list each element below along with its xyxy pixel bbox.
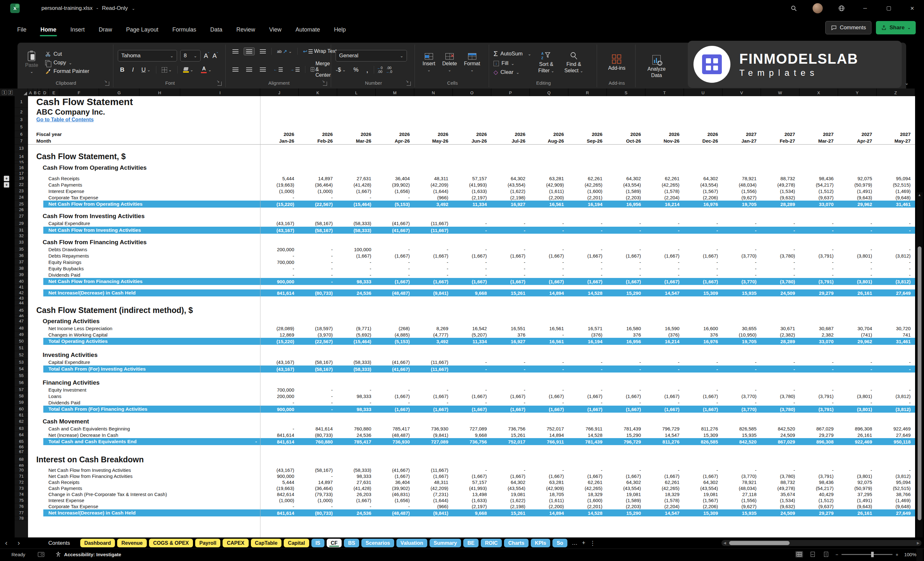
cell[interactable]: - xyxy=(838,266,876,271)
sheet-tab-summary[interactable]: Summary xyxy=(429,539,461,547)
cell[interactable]: - xyxy=(876,220,915,226)
cell[interactable]: (9,841) xyxy=(414,510,453,516)
cell[interactable]: (2,198) xyxy=(491,504,530,509)
cell[interactable]: (1,667) xyxy=(491,279,530,284)
cell[interactable]: - xyxy=(298,406,337,412)
cell[interactable]: (52,515) xyxy=(876,486,915,491)
cell[interactable]: 31,461 xyxy=(876,339,915,344)
sheet-tab-capex[interactable]: CAPEX xyxy=(222,539,248,547)
page-layout-view-button[interactable] xyxy=(809,551,816,558)
cell[interactable]: 64,302 xyxy=(491,480,530,485)
cell[interactable]: (1,556) xyxy=(723,498,761,503)
row-header-16[interactable]: 16 xyxy=(15,164,28,172)
cell[interactable]: (50,979) xyxy=(838,486,876,491)
cell[interactable]: (1,667) xyxy=(645,393,684,399)
cell[interactable]: (42,209) xyxy=(414,486,453,491)
sheet-tab-payroll[interactable]: Payroll xyxy=(195,539,220,547)
cell[interactable]: - xyxy=(645,228,684,233)
cell[interactable]: 2026 xyxy=(491,132,530,137)
sheet-tab-captable[interactable]: CapTable xyxy=(251,539,282,547)
cell[interactable]: - xyxy=(453,360,491,365)
cell[interactable]: 48,311 xyxy=(414,176,453,181)
cell[interactable]: (1,667) xyxy=(530,253,568,258)
cell[interactable]: - xyxy=(684,366,723,372)
cell[interactable]: 826,585 xyxy=(684,439,723,444)
cell[interactable]: (54,217) xyxy=(800,486,838,491)
cell[interactable]: (1,667) xyxy=(491,393,530,399)
cell[interactable]: - xyxy=(530,467,568,473)
cell[interactable]: (48,487) xyxy=(376,432,414,438)
cell[interactable]: 14,528 xyxy=(568,290,607,296)
cell[interactable]: (22,567) xyxy=(298,201,337,207)
cell[interactable]: - xyxy=(568,220,607,226)
menu-tab-page-layout[interactable]: Page Layout xyxy=(120,23,164,36)
cell[interactable]: (1,667) xyxy=(607,474,645,479)
cell[interactable]: 30,704 xyxy=(838,326,876,331)
cell[interactable]: 16,551 xyxy=(491,326,530,331)
cell[interactable]: 63,281 xyxy=(530,480,568,485)
row-header-26[interactable]: 26 xyxy=(15,208,28,212)
cell[interactable]: - xyxy=(800,366,838,372)
cell[interactable]: (4,885) xyxy=(376,332,414,338)
row-header-35[interactable]: 35 xyxy=(15,246,28,252)
cell[interactable]: (42,909) xyxy=(530,486,568,491)
cell[interactable]: 2026 xyxy=(376,132,414,137)
increase-font-icon[interactable]: Aˆ xyxy=(204,52,209,60)
cell[interactable]: 29,962 xyxy=(838,339,876,344)
cell[interactable]: 841,614 xyxy=(298,426,337,431)
cell[interactable]: (41,667) xyxy=(376,360,414,365)
row-header-2[interactable]: 2 xyxy=(15,108,28,116)
row-header-6[interactable]: 6 xyxy=(15,131,28,138)
cell[interactable]: 16,561 xyxy=(530,201,568,207)
column-header-o[interactable]: O xyxy=(453,88,491,96)
cell[interactable]: - xyxy=(530,387,568,393)
row-label[interactable]: Cash Movement xyxy=(28,418,260,425)
cell[interactable]: 736,930 xyxy=(376,439,414,444)
cell[interactable]: (9,643) xyxy=(838,195,876,200)
cell[interactable]: (966) xyxy=(414,504,453,509)
cell[interactable]: 867,029 xyxy=(800,426,838,431)
cell[interactable]: 15,261 xyxy=(491,432,530,438)
cell[interactable]: 785,417 xyxy=(376,426,414,431)
row-label[interactable]: Loans xyxy=(28,393,260,399)
cell[interactable]: (2,382) xyxy=(761,332,800,338)
cell[interactable]: (58,333) xyxy=(337,228,376,233)
row-header-15[interactable]: 15 xyxy=(15,161,28,164)
cell[interactable]: Apr-27 xyxy=(838,138,876,144)
cell[interactable]: (1,512) xyxy=(800,189,838,194)
cell[interactable]: (1,667) xyxy=(414,253,453,258)
cell[interactable]: (42,265) xyxy=(645,182,684,188)
row-header-42[interactable]: 42 xyxy=(15,290,28,296)
cell[interactable]: 88,732 xyxy=(761,176,800,181)
sheet-tab-cogs-opex[interactable]: COGS & OPEX xyxy=(149,539,193,547)
cell[interactable]: (1,667) xyxy=(530,406,568,412)
row-label[interactable]: Cash Receipts xyxy=(28,176,260,181)
cell[interactable]: 27,649 xyxy=(876,432,915,438)
cell[interactable]: (3,812) xyxy=(876,406,915,412)
cell[interactable]: 24,509 xyxy=(761,432,800,438)
cell[interactable]: - xyxy=(876,400,915,405)
row-label[interactable]: Capital Expenditure xyxy=(28,220,260,226)
cell[interactable]: (1,667) xyxy=(684,406,723,412)
orientation-button[interactable]: ab↗⌄ xyxy=(275,47,294,56)
cell[interactable]: Jan-27 xyxy=(723,138,761,144)
cell[interactable]: - xyxy=(607,247,645,252)
cell[interactable]: Feb-27 xyxy=(761,138,800,144)
zoom-slider[interactable] xyxy=(842,554,892,555)
cell[interactable]: 24,509 xyxy=(761,290,800,296)
cell[interactable]: Mar-26 xyxy=(337,138,376,144)
vertical-scrollbar[interactable]: ▲ xyxy=(916,192,923,561)
cell[interactable]: 2027 xyxy=(838,132,876,137)
cell[interactable]: 950,118 xyxy=(876,439,915,444)
cell[interactable]: - xyxy=(723,387,761,393)
font-size-select[interactable]: 8⌄ xyxy=(180,50,201,62)
cell[interactable]: - xyxy=(645,260,684,265)
cell[interactable]: 2026 xyxy=(337,132,376,137)
cell[interactable]: 752,017 xyxy=(530,426,568,431)
row-header-53[interactable]: 53 xyxy=(15,359,28,366)
cell[interactable]: (58,333) xyxy=(337,467,376,473)
cell[interactable]: Jun-26 xyxy=(453,138,491,144)
row-header-32[interactable]: 32 xyxy=(15,234,28,238)
cell[interactable]: (1,600) xyxy=(568,498,607,503)
column-header-y[interactable]: Y xyxy=(838,88,876,96)
